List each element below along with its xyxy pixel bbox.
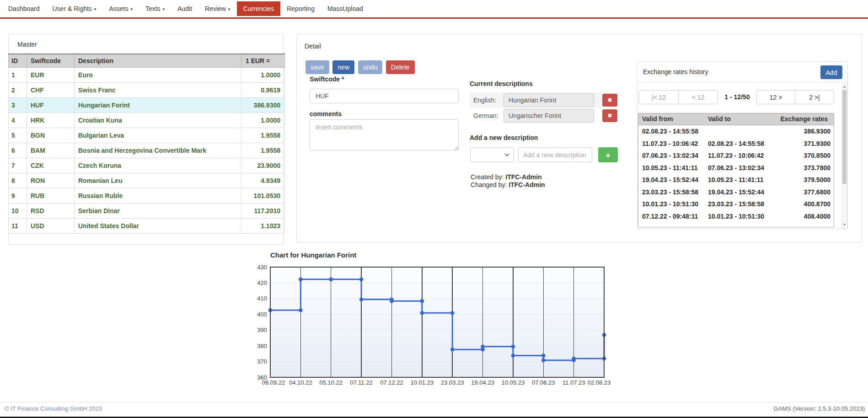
scroll-up-icon[interactable]: ▲	[842, 85, 847, 89]
cell: Swiss Franc	[75, 82, 241, 97]
prev-page-button[interactable]: < 12	[678, 90, 718, 104]
cell: 1.9558	[241, 128, 285, 143]
svg-text:10.01.23: 10.01.23	[411, 379, 434, 386]
add-rate-button[interactable]: Add	[820, 65, 842, 79]
svg-text:430: 430	[257, 264, 267, 271]
history-row[interactable]: 10.05.23 - 11:41:1107.06.23 - 13:02:3437…	[638, 162, 834, 174]
table-row[interactable]: 11USDUnited States Dollar1.1023	[9, 218, 285, 233]
master-panel: Master ID Swiftcode Description 1 EUR = …	[8, 34, 284, 245]
cell: 02.08.23 - 14:55:58	[638, 125, 708, 138]
nav-item-massupload[interactable]: MassUpload	[321, 1, 370, 16]
cell: CHF	[27, 82, 75, 97]
cell: 379.5000	[777, 174, 834, 186]
cell: 10	[9, 203, 27, 218]
cell: Czech Koruna	[75, 158, 241, 173]
last-page-button[interactable]: 2 >|	[795, 90, 834, 104]
table-row[interactable]: 6BAMBosnia and Herzegovina Convertible M…	[9, 143, 285, 158]
cell: 370.8500	[777, 150, 834, 162]
next-page-button[interactable]: 12 >	[756, 90, 795, 104]
cell: 1.1023	[241, 218, 285, 233]
cell: Romanian Leu	[75, 173, 241, 188]
history-row[interactable]: 07.12.22 - 09:48:1110.01.23 - 10:51:3040…	[638, 210, 834, 223]
table-row[interactable]: 8RONRomanian Leu4.9349	[9, 173, 285, 188]
history-row[interactable]: 07.06.23 - 13:02:3411.07.23 - 10:06:4237…	[638, 150, 834, 162]
cell: 373.7800	[777, 162, 834, 174]
svg-text:07.12.22: 07.12.22	[380, 379, 403, 386]
description-value: Ungarischer Forint	[504, 109, 594, 123]
history-header: Exchange rates history Add	[638, 62, 847, 82]
table-row[interactable]: 4HRKCroatian Kuna1.0000	[9, 113, 285, 128]
language-label: German:	[473, 108, 498, 123]
nav-item-review[interactable]: Review▾	[198, 1, 236, 16]
nav-item-currencies[interactable]: Currencies	[237, 1, 281, 16]
x-icon: ✖	[607, 97, 612, 103]
table-row[interactable]: 7CZKCzech Koruna23.9000	[9, 158, 285, 173]
nav-item-dashboard[interactable]: Dashboard	[2, 1, 46, 16]
history-row[interactable]: 19.04.23 - 15:52:4410.05.23 - 11:41:1137…	[638, 174, 834, 186]
history-row[interactable]: 10.01.23 - 10:51:3023.03.23 - 15:58:5840…	[638, 198, 834, 210]
cell: EUR	[27, 67, 75, 82]
exchange-rates-history-panel: Exchange rates history Add |< 12 < 12 1 …	[637, 61, 848, 229]
cell: 1.9558	[241, 143, 285, 158]
resize-handle-icon[interactable]	[454, 146, 459, 150]
cell: Bosnia and Herzegovina Convertible Mark	[75, 143, 241, 158]
delete-button[interactable]: Delete	[386, 60, 414, 74]
detail-panel-title: Detail	[305, 43, 321, 50]
remove-description-button[interactable]: ✖	[602, 109, 617, 122]
new-description-input[interactable]	[518, 147, 592, 162]
cell: Russian Ruble	[75, 188, 241, 203]
nav-item-audit[interactable]: Audit	[171, 1, 198, 16]
svg-text:370: 370	[257, 358, 267, 365]
cell: 4	[9, 113, 27, 128]
created-by-value: ITFC-Admin	[505, 173, 541, 181]
scrollbar-thumb[interactable]	[842, 90, 847, 184]
new-button[interactable]: new	[332, 60, 354, 74]
remove-description-button[interactable]: ✖	[602, 94, 617, 107]
cell: Hungarian Forint	[75, 97, 241, 113]
history-row[interactable]: 02.08.23 - 14:55:58386.9300	[638, 125, 834, 138]
column-header-exchange-rates: Exchange rates	[777, 113, 834, 125]
nav-item-texts[interactable]: Texts▾	[139, 1, 171, 16]
cell: 23.03.23 - 15:58:58	[708, 198, 777, 210]
first-page-button[interactable]: |< 12	[639, 90, 679, 104]
cell: BGN	[27, 128, 75, 143]
history-scrollbar[interactable]: ▲ ▼	[841, 83, 847, 229]
nav-item-user-rights[interactable]: User & Rights▾	[46, 1, 103, 16]
svg-text:420: 420	[257, 279, 267, 286]
history-row[interactable]: 23.03.23 - 15:58:5819.04.23 - 15:52:4437…	[638, 186, 834, 198]
cell: 10.05.23 - 11:41:11	[708, 174, 777, 186]
history-row[interactable]: 11.07.23 - 10:06:4202.08.23 - 14:55:5837…	[638, 138, 834, 150]
swiftcode-input[interactable]	[310, 89, 459, 103]
column-header-rate: 1 EUR =	[241, 54, 285, 67]
currencies-table-header: ID Swiftcode Description 1 EUR =	[9, 54, 285, 67]
column-header-swiftcode: Swiftcode	[27, 54, 75, 67]
plus-icon: +	[605, 150, 611, 160]
language-label: English:	[473, 92, 496, 108]
history-title: Exchange rates history	[643, 68, 708, 75]
svg-text:07.11.22: 07.11.22	[350, 379, 373, 386]
footer-divider	[0, 402, 868, 402]
table-row[interactable]: 9RUBRussian Ruble101.0530	[9, 188, 285, 203]
nav-item-reporting[interactable]: Reporting	[280, 1, 321, 16]
cell: BAM	[27, 143, 75, 158]
swiftcode-label: Swiftcode *	[310, 75, 344, 83]
save-button[interactable]: save	[305, 60, 329, 74]
cell: RUB	[27, 188, 75, 203]
language-select[interactable]	[470, 147, 514, 162]
add-description-button[interactable]: +	[598, 147, 618, 162]
scroll-down-icon[interactable]: ▼	[842, 223, 847, 227]
description-row: English:Hungarian Forint✖	[470, 92, 619, 108]
undo-button[interactable]: undo	[358, 60, 382, 74]
table-row[interactable]: 10RSDSerbian Dinar117.2010	[9, 203, 285, 218]
table-row[interactable]: 3HUFHungarian Forint386.9300	[9, 97, 285, 113]
table-row[interactable]: 2CHFSwiss Franc0.9619	[9, 82, 285, 97]
history-table-header: Valid from Valid to Exchange rates	[638, 113, 834, 125]
table-row[interactable]: 1EUREuro1.0000	[9, 67, 285, 82]
cell: 101.0530	[241, 188, 285, 203]
cell: 23.03.23 - 15:58:58	[638, 186, 708, 198]
table-row[interactable]: 5BGNBulgarian Leva1.9558	[9, 128, 285, 143]
chevron-down-icon: ▾	[130, 7, 133, 11]
cell: 19.04.23 - 15:52:44	[708, 186, 777, 198]
comments-textarea[interactable]	[310, 119, 459, 150]
nav-item-assets[interactable]: Assets▾	[102, 1, 139, 16]
